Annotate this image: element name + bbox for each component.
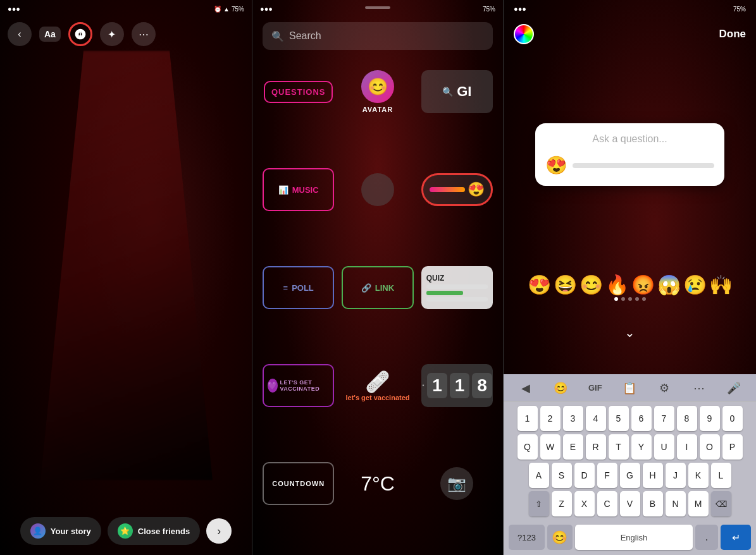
sticker-kb-button[interactable]: 😊 xyxy=(549,377,572,399)
sparkle-button[interactable]: ✦ xyxy=(100,22,124,46)
next-arrow-button[interactable]: › xyxy=(206,518,232,544)
key-5[interactable]: 5 xyxy=(609,406,629,431)
emoji-toggle-key[interactable]: 😊 xyxy=(547,525,573,550)
sticker-temperature[interactable]: 7°C xyxy=(342,458,413,509)
key-1[interactable]: 1 xyxy=(517,406,538,431)
done-button[interactable]: Done xyxy=(719,28,747,40)
key-r[interactable]: R xyxy=(586,434,606,460)
key-f[interactable]: F xyxy=(597,463,617,488)
key-p[interactable]: P xyxy=(722,434,743,460)
emoji-angry[interactable]: 😡 xyxy=(631,274,655,296)
circle-shape xyxy=(361,173,394,206)
quiz-bar-empty xyxy=(426,284,488,289)
mic-button[interactable]: 🎤 xyxy=(722,377,745,399)
key-7[interactable]: 7 xyxy=(654,406,674,431)
key-g[interactable]: G xyxy=(620,463,640,488)
sticker-gif[interactable]: 🔍 GI xyxy=(421,66,493,117)
settings-button[interactable]: ⚙ xyxy=(653,377,676,399)
key-c[interactable]: C xyxy=(597,491,617,516)
sticker-questions[interactable]: QUESTIONS xyxy=(263,66,334,117)
gif-kb-button[interactable]: GIF xyxy=(584,377,607,399)
key-3[interactable]: 3 xyxy=(563,406,583,431)
pagination-dots xyxy=(504,297,756,301)
key-0[interactable]: 0 xyxy=(722,406,743,431)
backspace-key[interactable]: ⌫ xyxy=(711,491,731,516)
enter-key[interactable]: ↵ xyxy=(721,525,751,550)
question-sticker[interactable]: Ask a question... 😍 xyxy=(535,123,724,186)
sticker-music[interactable]: 📊 MUSIC xyxy=(263,164,334,215)
status-time-p2: ●●● xyxy=(260,5,273,13)
key-k[interactable]: K xyxy=(688,463,709,488)
sticker-camera[interactable]: 📷 xyxy=(421,458,493,509)
sticker-emoji-slider[interactable]: 😍 xyxy=(421,164,493,215)
more-button[interactable]: ⋯ xyxy=(132,22,156,46)
key-m[interactable]: M xyxy=(688,491,709,516)
key-o[interactable]: O xyxy=(700,434,720,460)
your-story-button[interactable]: 👤 Your story xyxy=(20,517,101,545)
emoji-smile[interactable]: 😊 xyxy=(579,274,603,296)
sticker-vaccinated[interactable]: 💜 LET'S GET VACCINATED xyxy=(263,360,334,411)
key-h[interactable]: H xyxy=(643,463,663,488)
dot-5 xyxy=(642,297,646,301)
period-key[interactable]: . xyxy=(695,525,718,550)
more-kb-button[interactable]: ⋯ xyxy=(688,377,710,399)
num-toggle-key[interactable]: ?123 xyxy=(509,525,545,550)
sticker-letsget[interactable]: 🩹 let's get vaccinated xyxy=(342,360,413,411)
sticker-countdown[interactable]: COUNTDOWN xyxy=(263,458,334,509)
sticker-poll[interactable]: ≡ POLL xyxy=(263,262,334,313)
emoji-raise-hands[interactable]: 🙌 xyxy=(709,274,733,296)
key-y[interactable]: Y xyxy=(631,434,652,460)
key-b[interactable]: B xyxy=(643,491,663,516)
chevron-down-button[interactable]: ⌄ xyxy=(624,325,635,340)
status-bar-panel1: ●●● ⏰ ▲ 75% xyxy=(0,0,252,18)
sticker-number[interactable]: · 1 1 8 xyxy=(421,360,493,411)
close-friends-button[interactable]: ⭐ Close friends xyxy=(108,517,200,545)
key-u[interactable]: U xyxy=(654,434,674,460)
key-8[interactable]: 8 xyxy=(677,406,697,431)
reaction-slider[interactable] xyxy=(573,163,714,168)
sticker-link[interactable]: 🔗 LINK xyxy=(342,262,413,313)
quiz-title: QUIZ xyxy=(426,274,445,283)
key-q[interactable]: Q xyxy=(517,434,538,460)
key-i[interactable]: I xyxy=(677,434,697,460)
sticker-icon xyxy=(74,28,87,40)
shift-key[interactable]: ⇧ xyxy=(529,491,549,516)
sticker-button[interactable] xyxy=(68,22,92,46)
key-a[interactable]: A xyxy=(529,463,549,488)
key-l[interactable]: L xyxy=(711,463,731,488)
key-6[interactable]: 6 xyxy=(631,406,652,431)
key-w[interactable]: W xyxy=(540,434,561,460)
key-2[interactable]: 2 xyxy=(540,406,561,431)
text-style-button[interactable]: Aa xyxy=(39,27,61,42)
key-4[interactable]: 4 xyxy=(586,406,606,431)
emoji-fire[interactable]: 🔥 xyxy=(605,274,629,296)
sticker-circle[interactable] xyxy=(342,164,413,215)
key-e[interactable]: E xyxy=(563,434,583,460)
key-d[interactable]: D xyxy=(574,463,595,488)
sticker-quiz[interactable]: QUIZ xyxy=(421,262,493,313)
key-j[interactable]: J xyxy=(666,463,686,488)
clipboard-button[interactable]: 📋 xyxy=(618,377,641,399)
slider-emoji: 😍 xyxy=(468,181,485,198)
emoji-laughing[interactable]: 😆 xyxy=(554,274,577,296)
key-v[interactable]: V xyxy=(620,491,640,516)
emoji-scared[interactable]: 😱 xyxy=(657,274,681,296)
key-n[interactable]: N xyxy=(666,491,686,516)
temp-value: 7°C xyxy=(361,472,395,496)
battery-p2: 75% xyxy=(483,6,495,13)
sticker-avatar[interactable]: 😊 AVATAR xyxy=(342,66,413,117)
key-t[interactable]: T xyxy=(609,434,629,460)
emoji-heart-eyes[interactable]: 😍 xyxy=(528,274,551,296)
key-z[interactable]: Z xyxy=(552,491,572,516)
back-button[interactable]: ‹ xyxy=(8,22,32,46)
key-s[interactable]: S xyxy=(552,463,572,488)
search-bar[interactable]: 🔍 Search xyxy=(263,22,493,50)
key-9[interactable]: 9 xyxy=(700,406,720,431)
reaction-emoji: 😍 xyxy=(545,155,567,176)
space-key[interactable]: English xyxy=(575,525,693,550)
emoji-cry[interactable]: 😢 xyxy=(683,274,707,296)
color-picker-button[interactable] xyxy=(514,24,534,44)
key-x[interactable]: X xyxy=(574,491,595,516)
avatar-box: 😊 AVATAR xyxy=(361,70,394,113)
keyboard-back-button[interactable]: ◀ xyxy=(514,377,537,399)
